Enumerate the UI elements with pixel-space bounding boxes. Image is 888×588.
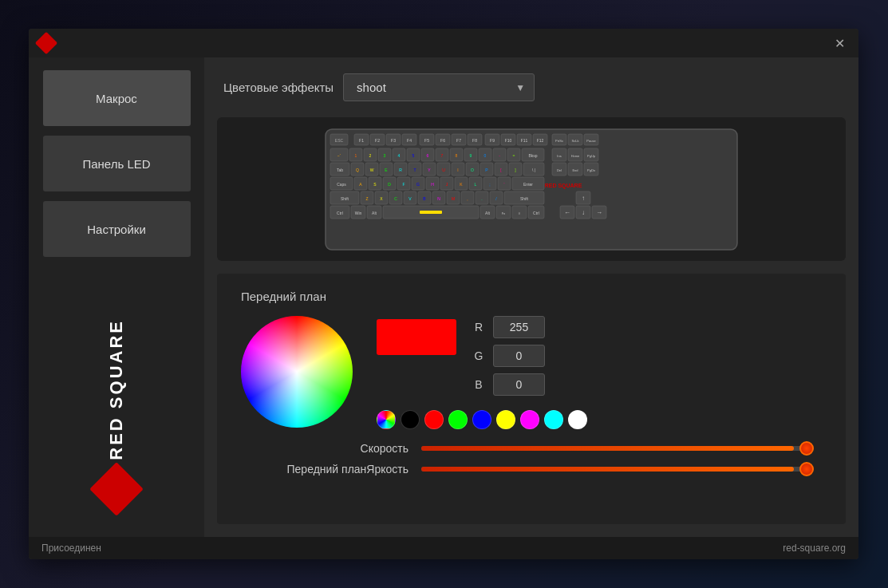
sidebar-logo: RED SQUARE (97, 319, 136, 524)
svg-text:F11: F11 (521, 138, 528, 143)
svg-text:Del: Del (557, 168, 562, 172)
color-panel: Передний план R (217, 274, 846, 524)
svg-text:T: T (413, 168, 416, 172)
logo-diamond-icon (89, 462, 144, 516)
white-swatch[interactable] (568, 410, 587, 429)
sidebar-item-settings[interactable]: Настройки (43, 201, 191, 257)
rainbow-swatch[interactable] (377, 410, 396, 429)
svg-text:0: 0 (484, 153, 487, 158)
top-controls: Цветовые эффекты shootstaticbreathingrai… (217, 70, 846, 105)
g-label: G (472, 349, 485, 362)
logo-text: RED SQUARE (108, 319, 125, 460)
svg-text:G: G (416, 182, 420, 187)
color-wheel[interactable] (241, 316, 353, 428)
effects-dropdown[interactable]: shootstaticbreathingrainbowwave (343, 73, 535, 101)
svg-text:PrtSc: PrtSc (555, 139, 563, 143)
r-label: R (472, 321, 485, 333)
magenta-swatch[interactable] (520, 410, 539, 429)
svg-text:F1: F1 (359, 138, 364, 143)
speed-label: Скорость (249, 442, 408, 455)
sidebar: Макрос Панель LED Настройки RED SQUARE (29, 57, 204, 537)
website-link[interactable]: red-square.org (783, 543, 846, 554)
svg-text:Ctrl: Ctrl (533, 211, 539, 215)
svg-text:4: 4 (398, 153, 401, 158)
svg-text:Home: Home (571, 154, 580, 158)
svg-text:Z: Z (365, 196, 368, 201)
speed-slider-thumb[interactable] (799, 441, 814, 456)
svg-text:F2: F2 (375, 138, 380, 143)
svg-text:F8: F8 (472, 138, 477, 143)
svg-text:M: M (452, 196, 455, 201)
svg-text:Shift: Shift (520, 196, 529, 201)
svg-text:9: 9 (470, 153, 472, 158)
color-controls: R G B (241, 316, 822, 429)
b-row: B (472, 373, 545, 396)
blue-swatch[interactable] (472, 410, 491, 429)
speed-slider-fill (421, 446, 794, 451)
svg-text:;: ; (489, 182, 490, 187)
svg-text:Alt: Alt (485, 211, 490, 215)
brightness-label: Передний планЯркость (249, 463, 408, 476)
svg-text:Q: Q (356, 168, 359, 172)
svg-text:C: C (394, 196, 397, 201)
rgb-inputs: R G B (472, 316, 545, 396)
brightness-slider-thumb[interactable] (799, 462, 814, 476)
svg-text:↑: ↑ (582, 195, 585, 202)
svg-rect-161 (420, 211, 442, 214)
svg-text:ScLk: ScLk (572, 139, 579, 143)
brightness-slider-row: Передний планЯркость (249, 463, 814, 476)
title-bar: ✕ (29, 29, 858, 57)
red-swatch[interactable] (424, 410, 444, 429)
svg-text:8: 8 (456, 153, 458, 158)
rgb-section: R G B (377, 316, 587, 429)
b-input[interactable] (493, 373, 545, 396)
status-bar: Присоединен red-square.org (29, 537, 858, 559)
svg-text:Bksp: Bksp (528, 153, 537, 158)
svg-text:D: D (388, 182, 391, 187)
svg-text:5: 5 (412, 153, 415, 158)
color-wheel-container[interactable] (241, 316, 353, 428)
svg-text:←: ← (564, 209, 570, 216)
svg-text:W: W (370, 168, 374, 172)
app-logo-icon (35, 32, 57, 54)
svg-text:': ' (504, 182, 505, 187)
black-swatch[interactable] (401, 410, 420, 429)
r-row: R (472, 316, 545, 338)
svg-text:F4: F4 (407, 138, 412, 143)
svg-text:→: → (596, 209, 602, 216)
svg-text:\ |: \ | (532, 168, 535, 172)
svg-text:F: F (402, 182, 405, 187)
svg-text:U: U (442, 168, 445, 172)
green-swatch[interactable] (448, 410, 468, 429)
svg-text:3: 3 (384, 153, 386, 158)
sidebar-item-macro[interactable]: Макрос (43, 70, 191, 126)
right-panel: Цветовые эффекты shootstaticbreathingrai… (204, 57, 858, 537)
keyboard-svg: ESC F1 F2 F3 F4 F5 F6 F7 (324, 128, 739, 251)
foreground-label: Передний план (241, 290, 822, 303)
close-button[interactable]: ✕ (830, 34, 849, 53)
speed-slider-track[interactable] (421, 446, 814, 451)
svg-text:Ctrl: Ctrl (337, 211, 343, 215)
yellow-swatch[interactable] (496, 410, 515, 429)
svg-text:Alt: Alt (372, 211, 377, 215)
svg-text:F10: F10 (505, 138, 512, 143)
connected-status: Присоединен (41, 543, 101, 554)
svg-text:N: N (437, 196, 440, 201)
svg-text:F7: F7 (456, 138, 461, 143)
brightness-slider-track[interactable] (421, 467, 814, 472)
svg-text:Fn: Fn (502, 211, 506, 215)
svg-text:Win: Win (355, 211, 362, 215)
svg-text:F6: F6 (440, 138, 445, 143)
cyan-swatch[interactable] (544, 410, 563, 429)
svg-text:PgUp: PgUp (587, 154, 596, 158)
svg-text:F9: F9 (490, 138, 495, 143)
svg-text:Ins: Ins (557, 154, 561, 158)
svg-text:F3: F3 (391, 138, 396, 143)
svg-text:~`: ~` (337, 153, 341, 158)
r-input[interactable] (493, 316, 545, 338)
svg-text:H: H (431, 182, 434, 187)
sidebar-item-led-panel[interactable]: Панель LED (43, 136, 191, 191)
svg-text:Enter: Enter (523, 182, 533, 187)
svg-text:7: 7 (441, 153, 444, 158)
g-input[interactable] (493, 345, 545, 367)
